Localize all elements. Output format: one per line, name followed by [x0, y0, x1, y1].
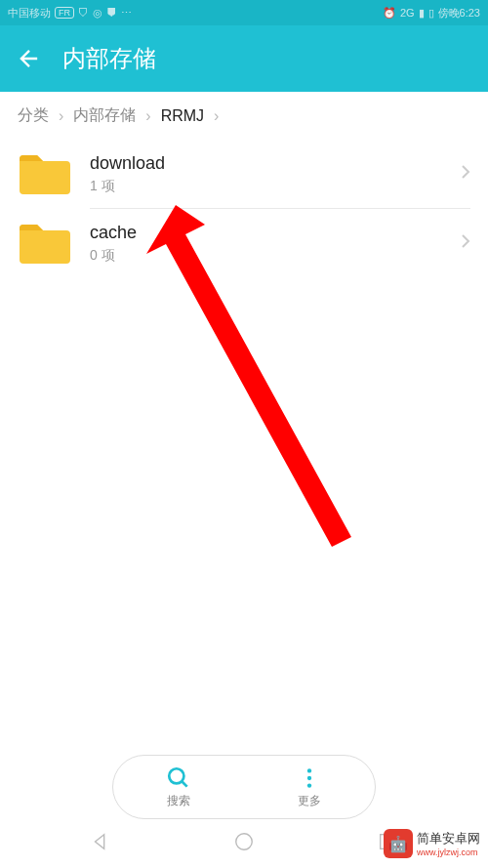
folder-count: 1 项: [90, 178, 443, 195]
folder-icon: [18, 151, 72, 196]
nav-home-button[interactable]: [233, 831, 255, 856]
app-header: 内部存储: [0, 25, 488, 92]
breadcrumb-item[interactable]: 分类: [18, 105, 49, 126]
signal-type: 2G: [400, 7, 415, 19]
shield2-icon: ⛊: [106, 7, 117, 19]
folder-row[interactable]: cache 0 项: [0, 209, 488, 277]
svg-point-0: [169, 768, 183, 783]
folder-icon: [18, 221, 72, 266]
folder-info: cache 0 项: [90, 223, 443, 265]
folder-info: download 1 项: [90, 153, 443, 195]
svg-point-2: [307, 775, 311, 779]
android-icon: 🤖: [384, 829, 413, 858]
shield-icon: ⛉: [78, 7, 89, 19]
battery-icon: ▯: [428, 7, 434, 20]
chevron-right-icon: ›: [59, 107, 63, 125]
search-label: 搜索: [167, 793, 190, 809]
chevron-right-icon: [461, 233, 470, 253]
page-title: 内部存储: [62, 43, 156, 74]
folder-list: download 1 项 cache 0 项: [0, 140, 488, 277]
folder-row[interactable]: download 1 项: [0, 140, 488, 208]
chevron-right-icon: ›: [214, 107, 219, 125]
alarm-icon: ⏰: [383, 7, 396, 20]
message-icon: ⋯: [121, 7, 132, 20]
breadcrumb: 分类 › 内部存储 › RRMJ ›: [0, 92, 488, 140]
spiral-icon: ◎: [93, 7, 102, 20]
svg-point-3: [307, 783, 311, 787]
svg-point-1: [307, 768, 311, 772]
breadcrumb-item[interactable]: RRMJ: [161, 107, 204, 125]
chevron-right-icon: ›: [145, 107, 150, 125]
folder-count: 0 项: [90, 247, 443, 265]
folder-name: download: [90, 153, 443, 174]
folder-name: cache: [90, 223, 443, 243]
time-label: 傍晚6:23: [438, 6, 480, 21]
more-button[interactable]: 更多: [297, 765, 322, 809]
signal-icon: ▮: [419, 7, 425, 20]
watermark-title: 简单安卓网: [417, 830, 480, 847]
status-icon: FR: [55, 7, 74, 19]
back-button[interactable]: [16, 45, 43, 72]
svg-point-4: [236, 834, 253, 850]
search-button[interactable]: 搜索: [166, 765, 191, 809]
bottom-toolbar: 搜索 更多: [112, 755, 376, 819]
carrier-label: 中国移动: [8, 6, 51, 21]
breadcrumb-item[interactable]: 内部存储: [73, 105, 136, 126]
watermark: 🤖 简单安卓网 www.jylzwj.com: [384, 829, 480, 858]
more-label: 更多: [298, 793, 321, 809]
watermark-url: www.jylzwj.com: [417, 847, 480, 857]
status-bar: 中国移动 FR ⛉ ◎ ⛊ ⋯ ⏰ 2G ▮ ▯ 傍晚6:23: [0, 0, 488, 25]
chevron-right-icon: [461, 164, 470, 184]
nav-back-button[interactable]: [90, 831, 111, 856]
